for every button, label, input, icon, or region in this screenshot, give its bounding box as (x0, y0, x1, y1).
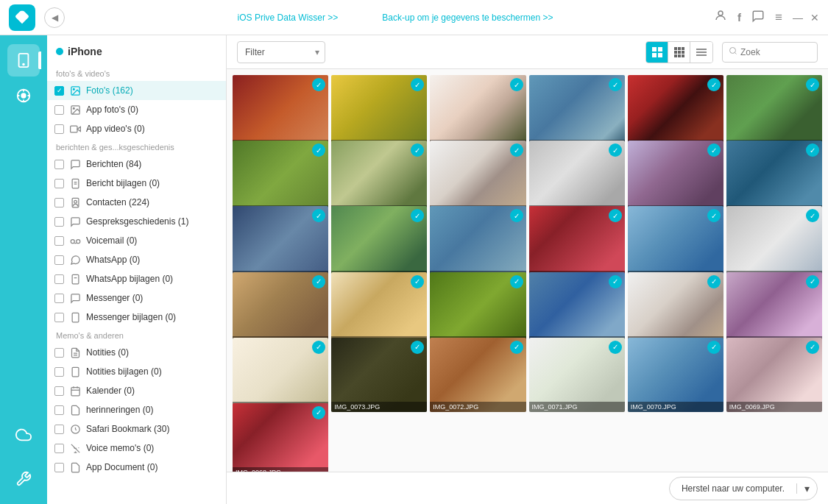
photo-cell[interactable]: ✓IMG_0092.JPG (233, 141, 328, 216)
sidebar-item-appdocument[interactable]: App Document (0) (47, 458, 226, 477)
checkbox-notitiesbijlagen[interactable] (54, 367, 64, 377)
close-button[interactable]: ✕ (810, 12, 819, 24)
photo-check-icon: ✓ (312, 78, 325, 91)
view-grid-button[interactable] (646, 42, 668, 63)
view-medium-button[interactable] (668, 42, 690, 63)
minimize-button[interactable]: — (793, 12, 803, 24)
checkbox-voicemail[interactable] (54, 236, 64, 246)
view-list-button[interactable] (690, 42, 712, 63)
photo-cell[interactable]: ✓IMG_0084.JPG (430, 206, 526, 281)
photo-cell[interactable]: ✓IMG_0068.JPG (233, 403, 328, 472)
sidebar-item-voicememos[interactable]: Voice memo's (0) (47, 439, 226, 458)
photo-cell[interactable]: ✓IMG_0089.JPG (529, 141, 625, 216)
photo-cell[interactable]: ✓IMG_0078.JPG (430, 272, 526, 347)
checkbox-appdocument[interactable] (54, 463, 64, 472)
photo-cell[interactable]: ✓IMG_0086.JPG (233, 206, 328, 281)
checkbox-voicememos[interactable] (54, 444, 64, 453)
checkbox-messengerbijlagen[interactable] (54, 313, 64, 322)
chat-icon[interactable] (751, 10, 765, 25)
sidebar-item-notities[interactable]: Notities (0) (47, 343, 226, 362)
backup-link[interactable]: Back-up om je gegevens te beschermen >> (382, 13, 553, 23)
nav-phone[interactable] (7, 44, 40, 77)
messengerbijlagen-icon (68, 310, 82, 324)
photo-cell[interactable]: ✓IMG_0073.JPG (331, 338, 427, 413)
checkbox-whatsapp[interactable] (54, 255, 64, 265)
photo-cell[interactable]: ✓IMG_0069.JPG (726, 338, 822, 413)
photo-cell[interactable]: ✓IMG_0094.JPG (628, 75, 723, 150)
sidebar-item-whatsappbijlagen[interactable]: WhatsApp bijlagen (0) (47, 269, 226, 288)
photo-cell[interactable]: ✓IMG_0083.JPG (529, 206, 625, 281)
sidebar-item-kalender[interactable]: Kalender (0) (47, 381, 226, 400)
person-icon[interactable] (714, 9, 727, 26)
sidebar-item-herinneringen[interactable]: herinneringen (0) (47, 400, 226, 419)
photo-check-icon: ✓ (806, 78, 819, 91)
photo-cell[interactable]: ✓IMG_0079.JPG (331, 272, 427, 347)
checkbox-appfotos[interactable] (54, 105, 64, 115)
photo-cell[interactable]: ✓IMG_0071.JPG (529, 338, 625, 413)
sidebar-item-appfotos[interactable]: App foto's (0) (47, 100, 226, 119)
sidebar-item-notitiesbijlagen[interactable]: Notities bijlagen (0) (47, 362, 226, 381)
restore-button[interactable]: Herstel naar uw computer. ▾ (669, 477, 818, 500)
photo-cell[interactable]: ✓IMG_0082.JPG (628, 206, 723, 281)
checkbox-messenger[interactable] (54, 294, 64, 303)
checkbox-safari[interactable] (54, 425, 64, 434)
photo-cell[interactable]: ✓IMG_0080.JPG (233, 272, 328, 347)
checkbox-fotos[interactable]: ✓ (54, 86, 64, 96)
checkbox-berichten[interactable] (54, 160, 64, 169)
sidebar-item-contacten[interactable]: Contacten (224) (47, 193, 226, 212)
photo-cell[interactable]: ✓IMG_0077.JPG (529, 272, 625, 347)
sidebar-item-messengerbijlagen[interactable]: Messenger bijlagen (0) (47, 308, 226, 327)
checkbox-notities[interactable] (54, 348, 64, 358)
photo-cell[interactable]: ✓IMG_0070.JPG (628, 338, 723, 413)
search-input[interactable] (740, 47, 811, 57)
sidebar-appdocument-label: App Document (0) (86, 462, 220, 472)
checkbox-appvideos[interactable] (54, 124, 64, 134)
photo-check-icon: ✓ (312, 341, 325, 354)
svg-point-17 (74, 200, 77, 203)
sidebar-item-safari[interactable]: Safari Bookmark (30) (47, 419, 226, 439)
back-button[interactable]: ◀ (44, 7, 65, 28)
photo-cell[interactable]: ✓IMG_0095.JPG (529, 75, 625, 150)
icon-nav (0, 35, 47, 504)
photo-cell[interactable]: ✓IMG_0087.JPG (726, 141, 822, 216)
title-bar: ◀ iOS Prive Data Wisser >> Back-up om je… (0, 0, 828, 35)
sidebar-item-gespreks[interactable]: Gespreksgeschiedenis (1) (47, 212, 226, 231)
photo-check-icon: ✓ (510, 209, 523, 222)
sidebar-whatsappbijlagen-label: WhatsApp bijlagen (0) (86, 274, 220, 284)
sidebar-item-berichten[interactable]: Berichten (84) (47, 155, 226, 174)
nav-cloud[interactable] (7, 419, 40, 451)
photo-cell[interactable]: ✓IMG_0081.JPG (726, 206, 822, 281)
ios-data-wisser-link[interactable]: iOS Prive Data Wisser >> (238, 13, 339, 23)
photo-cell[interactable]: ✓IMG_0091.JPG (331, 141, 427, 216)
checkbox-gespreks[interactable] (54, 217, 64, 227)
nav-tools[interactable] (7, 463, 40, 495)
checkbox-herinneringen[interactable] (54, 405, 64, 415)
checkbox-whatsappbijlagen[interactable] (54, 274, 64, 284)
sidebar-item-fotos[interactable]: ✓ Foto's (162) (47, 81, 226, 100)
photo-cell[interactable]: ✓IMG_0076.PNG (628, 272, 723, 347)
photo-cell[interactable]: ✓IMG_0074.JPG (233, 338, 328, 413)
photo-cell[interactable]: ✓IMG_0093.JPG (726, 75, 822, 150)
menu-icon[interactable]: ≡ (775, 10, 782, 25)
sidebar-item-voicemail[interactable]: Voicemail (0) (47, 231, 226, 250)
photo-cell[interactable]: ✓IMG_0075.JPG (726, 272, 822, 347)
svg-rect-27 (71, 387, 79, 395)
photo-cell-label: IMG_0072.JPG (430, 402, 526, 412)
filter-select[interactable]: Filter Alles Foto's Video's (237, 41, 325, 63)
photo-cell[interactable]: ✓IMG_0097.JPG (331, 75, 427, 150)
photo-cell[interactable]: ✓IMG_0098.JPG (233, 75, 328, 150)
sidebar-item-berichtbijlagen[interactable]: Bericht bijlagen (0) (47, 174, 226, 193)
photo-cell[interactable]: ✓IMG_0072.JPG (430, 338, 526, 413)
sidebar-item-whatsapp[interactable]: WhatsApp (0) (47, 250, 226, 269)
facebook-icon[interactable]: f (737, 11, 741, 24)
sidebar-item-appvideos[interactable]: App video's (0) (47, 119, 226, 138)
nav-music[interactable] (7, 79, 40, 112)
photo-cell[interactable]: ✓IMG_0088.JPG (628, 141, 723, 216)
checkbox-berichtbijlagen[interactable] (54, 179, 64, 188)
photo-cell[interactable]: ✓IMG_0096.JPG (430, 75, 526, 150)
checkbox-contacten[interactable] (54, 198, 64, 207)
photo-cell[interactable]: ✓IMG_0090.JPG (430, 141, 526, 216)
checkbox-kalender[interactable] (54, 386, 64, 396)
photo-cell[interactable]: ✓IMG_0085.JPG (331, 206, 427, 281)
sidebar-item-messenger[interactable]: Messenger (0) (47, 288, 226, 308)
